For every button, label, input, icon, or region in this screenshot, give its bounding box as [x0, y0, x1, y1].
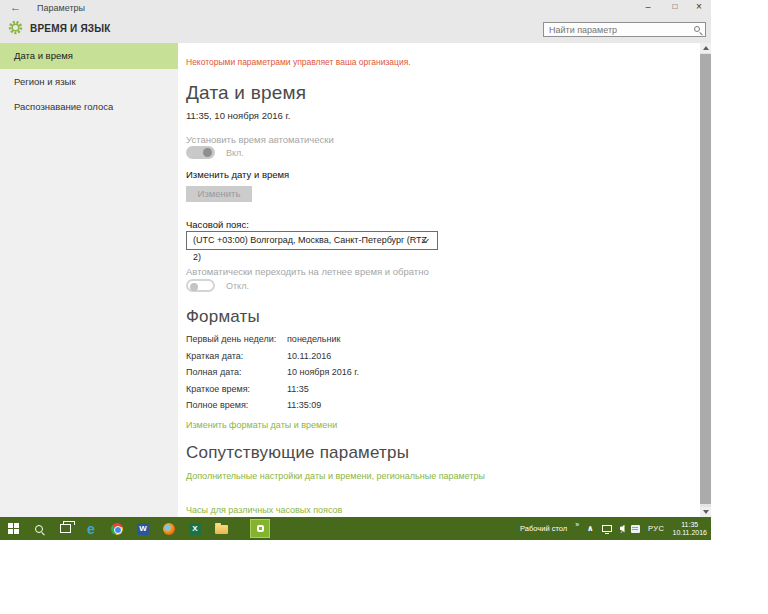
change-formats-link[interactable]: Изменить форматы даты и времени	[186, 420, 337, 430]
change-datetime-button[interactable]: Изменить	[186, 186, 252, 202]
section-heading-related: Сопутствующие параметры	[186, 443, 409, 463]
format-value: понедельник	[287, 334, 341, 344]
desktop-toolbar-label[interactable]: Рабочий стол	[520, 524, 567, 533]
format-row-long-date: Полная дата:10 ноября 2016 г.	[186, 367, 359, 384]
format-label: Полная дата:	[186, 367, 287, 377]
auto-time-toggle-row: Вкл.	[186, 146, 244, 159]
toolbar-overflow-icon[interactable]: »	[575, 521, 579, 528]
start-button[interactable]	[6, 521, 20, 537]
taskbar-item-settings-active[interactable]	[250, 519, 270, 538]
dst-state: Откл.	[226, 281, 249, 291]
firefox-icon	[163, 523, 175, 535]
task-view-button[interactable]	[58, 521, 72, 537]
format-label: Полное время:	[186, 400, 287, 410]
auto-time-toggle[interactable]	[186, 146, 215, 159]
excel-icon: X	[189, 523, 201, 535]
dst-label: Автоматически переходить на летнее время…	[186, 266, 429, 277]
volume-control[interactable]: )	[620, 525, 623, 533]
windows-logo-icon	[8, 523, 19, 534]
auto-time-state: Вкл.	[226, 148, 244, 158]
taskbar-item-chrome[interactable]	[110, 521, 124, 537]
format-row-short-time: Краткое время:11:35	[186, 384, 359, 401]
vertical-scrollbar[interactable]	[700, 43, 711, 517]
tray-date: 10.11.2016	[672, 529, 707, 537]
tray-expand-icon[interactable]: ∧	[587, 524, 594, 533]
taskbar-item-excel[interactable]: X	[188, 521, 202, 537]
scroll-up-arrow-icon[interactable]	[700, 43, 711, 53]
format-label: Краткая дата:	[186, 351, 287, 361]
format-value: 10.11.2016	[287, 351, 331, 361]
toggle-knob	[203, 148, 212, 157]
format-row-long-time: Полное время:11:35:09	[186, 400, 359, 417]
format-label: Первый день недели:	[186, 334, 287, 344]
format-row-first-day: Первый день недели:понедельник	[186, 334, 359, 351]
chrome-icon	[111, 523, 123, 535]
search-icon	[35, 525, 43, 533]
taskbar-item-firefox[interactable]	[162, 521, 176, 537]
screenshot-stage: ← Параметры – □ × ВРЕМЯ И ЯЗЫК Дата и вр…	[0, 0, 768, 614]
auto-time-label: Установить время автоматически	[186, 134, 334, 145]
timezone-label: Часовой пояс:	[186, 219, 249, 230]
toggle-knob	[190, 283, 198, 291]
scroll-down-arrow-icon[interactable]	[700, 507, 711, 517]
notification-icon[interactable]	[631, 525, 640, 533]
tray-clock[interactable]: 11:35 10.11.2016	[672, 521, 707, 537]
folder-icon	[215, 525, 228, 534]
system-tray: Рабочий стол » ∧ ) РУС 11:35 10.11.2016	[520, 521, 711, 537]
tray-time: 11:35	[672, 521, 707, 529]
format-label: Краткое время:	[186, 384, 287, 394]
format-value: 11:35:09	[287, 400, 321, 410]
format-row-short-date: Краткая дата:10.11.2016	[186, 351, 359, 368]
task-view-icon	[60, 524, 71, 533]
format-value: 11:35	[287, 384, 309, 394]
scrollbar-thumb[interactable]	[700, 54, 711, 504]
formats-table: Первый день недели:понедельник Краткая д…	[186, 334, 359, 417]
word-icon: W	[137, 523, 149, 535]
current-datetime: 11:35, 10 ноября 2016 г.	[186, 110, 290, 121]
dst-toggle[interactable]	[186, 279, 215, 292]
change-datetime-label: Изменить дату и время	[186, 169, 289, 180]
settings-content: Некоторыми параметрами управляет ваша ор…	[0, 0, 700, 517]
timezone-value: (UTC +03:00) Волгоград, Москва, Санкт-Пе…	[193, 235, 427, 262]
taskbar-item-file-explorer[interactable]	[214, 521, 228, 537]
taskbar: e W X Рабочий стол » ∧ ) РУС 11:35 10.11…	[0, 517, 711, 540]
network-icon[interactable]	[602, 525, 612, 532]
org-managed-notice: Некоторыми параметрами управляет ваша ор…	[186, 57, 411, 67]
taskbar-item-word[interactable]: W	[136, 521, 150, 537]
additional-settings-link[interactable]: Дополнительные настройки даты и времени,…	[186, 471, 558, 482]
taskbar-search-button[interactable]	[32, 521, 46, 537]
format-value: 10 ноября 2016 г.	[287, 367, 359, 377]
dst-toggle-row: Откл.	[186, 279, 249, 292]
language-indicator[interactable]: РУС	[648, 524, 665, 533]
section-heading-formats: Форматы	[186, 307, 260, 327]
section-heading-date-time: Дата и время	[186, 82, 306, 104]
taskbar-apps: e W X	[0, 519, 270, 538]
world-clocks-link[interactable]: Часы для различных часовых поясов	[186, 505, 342, 515]
gear-icon	[257, 525, 264, 532]
edge-icon: e	[87, 522, 95, 536]
timezone-dropdown[interactable]: (UTC +03:00) Волгоград, Москва, Санкт-Пе…	[186, 231, 438, 250]
desktop-screen: ← Параметры – □ × ВРЕМЯ И ЯЗЫК Дата и вр…	[0, 0, 711, 540]
taskbar-item-edge[interactable]: e	[84, 521, 98, 537]
